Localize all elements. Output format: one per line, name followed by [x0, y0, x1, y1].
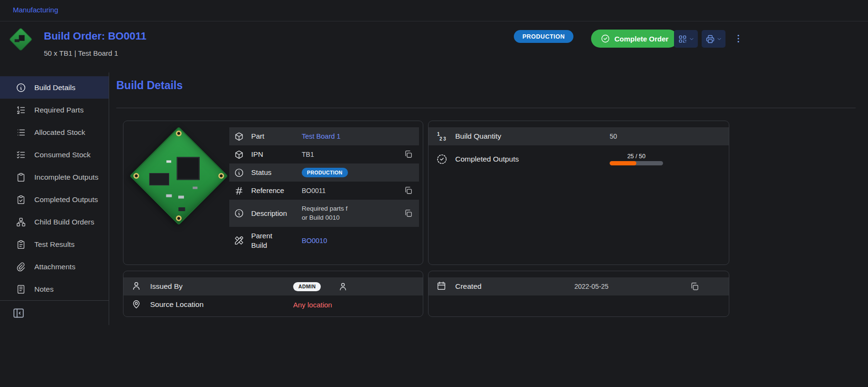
row-label: Issued By	[150, 282, 293, 291]
progress-fill	[610, 161, 636, 165]
qrcode-icon	[678, 34, 687, 44]
sidebar-item-label: Notes	[34, 285, 54, 294]
clipboard-text-icon	[16, 239, 26, 250]
sidebar-item-allocated-stock[interactable]: Allocated Stock	[0, 121, 109, 143]
hash-icon	[234, 186, 244, 196]
table-row-part: Part Test Board 1	[229, 127, 419, 145]
svg-text:3: 3	[443, 136, 446, 142]
sidebar-item-label: Child Build Orders	[34, 218, 94, 226]
page-title: Build Order: BO0011	[44, 30, 146, 42]
info-circle-icon	[234, 168, 244, 178]
copy-button[interactable]	[690, 281, 700, 292]
dots-vertical-icon	[733, 32, 744, 45]
complete-order-label: Complete Order	[614, 35, 668, 43]
print-actions-button[interactable]	[702, 30, 725, 48]
row-label: Build Quantity	[455, 132, 598, 141]
admin-badge: ADMIN	[293, 282, 321, 291]
table-row-description: Description Required parts for Build 001…	[229, 200, 419, 227]
info-circle-icon	[234, 208, 244, 218]
list-icon	[16, 127, 26, 138]
sidebar-item-build-details[interactable]: Build Details	[0, 76, 109, 99]
copy-button[interactable]	[404, 185, 414, 196]
user-icon	[338, 282, 348, 292]
tools-icon	[234, 235, 244, 245]
list-numbers-icon	[16, 105, 26, 115]
page-subtitle: 50 x TB1 | Test Board 1	[44, 49, 118, 57]
pcb-component	[178, 196, 184, 199]
sidebar-item-label: Build Details	[34, 83, 75, 92]
parent-build-link[interactable]: BO0010	[302, 237, 327, 244]
part-thumbnail[interactable]	[10, 29, 31, 50]
pcb-mount-hole	[175, 214, 183, 223]
sidebar-item-incomplete-outputs[interactable]: Incomplete Outputs	[0, 166, 109, 188]
table-row-issued-by: Issued By ADMIN	[123, 277, 423, 295]
sidebar-item-test-results[interactable]: Test Results	[0, 233, 109, 255]
sidebar-item-label: Test Results	[34, 240, 74, 249]
more-actions-button[interactable]	[731, 31, 745, 47]
pcb-chip	[149, 173, 169, 185]
circle-check-icon	[601, 34, 610, 43]
status-badge: PRODUCTION	[302, 168, 348, 177]
row-label: Status	[251, 168, 302, 177]
qr-actions-button[interactable]	[674, 30, 698, 48]
list-check-icon	[16, 150, 26, 160]
panel-divider	[116, 108, 856, 108]
breadcrumb: Manufacturing	[0, 0, 868, 21]
progress-check-icon	[436, 153, 448, 165]
pcb-board-graphic	[130, 127, 228, 225]
sidebar-item-completed-outputs[interactable]: Completed Outputs	[0, 188, 109, 211]
package-icon	[234, 150, 244, 160]
complete-order-button[interactable]: Complete Order	[591, 30, 678, 48]
status-badge: PRODUCTION	[514, 30, 573, 43]
row-label: Reference	[251, 186, 302, 195]
pcb-component	[178, 207, 185, 211]
row-label: Part	[251, 132, 302, 141]
sidebar-collapse-button[interactable]	[12, 306, 26, 320]
pcb-chip	[19, 35, 25, 41]
copy-button[interactable]	[404, 149, 414, 160]
sidebar-item-notes[interactable]: Notes	[0, 278, 109, 300]
table-row-created: Created 2022-05-25	[429, 277, 729, 295]
sidebar-item-consumed-stock[interactable]: Consumed Stock	[0, 143, 109, 166]
clipboard-icon	[16, 172, 26, 183]
row-value: 50	[598, 132, 617, 140]
breadcrumb-link-manufacturing[interactable]: Manufacturing	[13, 6, 58, 14]
sidebar-item-required-parts[interactable]: Required Parts	[0, 99, 109, 121]
table-row-status: Status PRODUCTION	[229, 163, 419, 182]
pcb-component	[166, 160, 171, 163]
row-label: Created	[455, 282, 565, 291]
sidebar-item-label: Incomplete Outputs	[34, 173, 98, 182]
printer-icon	[705, 34, 715, 44]
table-row-parent-build: Parent Build BO0010	[229, 227, 419, 254]
row-value: Any location	[293, 301, 332, 309]
numbers-123-icon: 123	[436, 131, 448, 142]
table-row-reference: Reference BO0011	[229, 182, 419, 200]
build-details-card: Part Test Board 1 IPN TB1 Status PRODUCT…	[123, 121, 423, 265]
part-link[interactable]: Test Board 1	[302, 132, 340, 140]
row-value: BO0011	[302, 187, 400, 194]
sitemap-icon	[16, 217, 26, 227]
part-image[interactable]	[129, 125, 228, 227]
progress-label: 25 / 50	[610, 153, 663, 160]
notes-icon	[16, 284, 26, 295]
build-order-page: Manufacturing Build Order: BO0011 50 x T…	[0, 0, 868, 387]
svg-text:2: 2	[439, 136, 442, 142]
sidebar-item-label: Allocated Stock	[34, 128, 85, 137]
sidebar-divider	[0, 300, 109, 301]
created-card: Created 2022-05-25	[428, 271, 729, 317]
quantities-card: 123 Build Quantity 50 Completed Outputs …	[428, 121, 729, 265]
pcb-component	[193, 187, 197, 189]
pcb-mount-hole	[175, 129, 183, 137]
pcb-thumbnail-graphic	[10, 28, 32, 51]
sidebar: Build Details Required Parts Allocated S…	[0, 72, 109, 325]
copy-button[interactable]	[404, 208, 414, 219]
info-circle-icon	[16, 82, 26, 93]
sidebar-item-attachments[interactable]: Attachments	[0, 255, 109, 278]
completed-outputs-progress: 25 / 50	[610, 153, 663, 165]
row-label: Description	[251, 209, 302, 218]
sidebar-item-label: Attachments	[34, 263, 75, 271]
pcb-mount-hole	[217, 172, 225, 180]
sidebar-item-child-build-orders[interactable]: Child Build Orders	[0, 211, 109, 233]
row-label: Parent Build	[251, 231, 302, 250]
pcb-chip	[177, 157, 200, 180]
